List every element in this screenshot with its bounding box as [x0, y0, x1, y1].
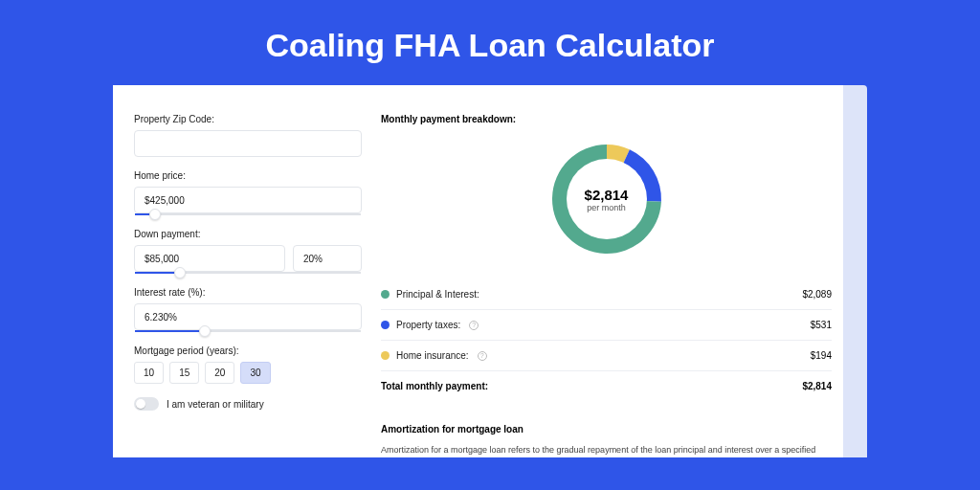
- interest-group: Interest rate (%):: [134, 287, 362, 332]
- legend-dot: [381, 321, 390, 329]
- inputs-column: Property Zip Code: Home price: Down paym…: [134, 114, 362, 457]
- donut-chart: $2,814 per month: [549, 142, 664, 256]
- zip-group: Property Zip Code:: [134, 114, 362, 157]
- interest-input[interactable]: [134, 303, 362, 330]
- period-option-10[interactable]: 10: [134, 362, 164, 384]
- period-option-30[interactable]: 30: [240, 362, 270, 384]
- total-value: $2,814: [802, 381, 832, 391]
- legend-label: Principal & Interest:: [396, 289, 479, 300]
- amortization-section: Amortization for mortgage loan Amortizat…: [381, 424, 832, 457]
- legend-value: $531: [811, 320, 832, 330]
- legend-label: Property taxes:: [396, 320, 460, 330]
- legend-row: Property taxes:?$531: [381, 309, 832, 340]
- period-option-15[interactable]: 15: [169, 362, 199, 384]
- panel-outer: Property Zip Code: Home price: Down paym…: [113, 85, 867, 457]
- total-row: Total monthly payment: $2,814: [381, 370, 832, 401]
- help-icon[interactable]: ?: [478, 351, 487, 361]
- donut-wrap: $2,814 per month: [381, 142, 832, 256]
- page: Coaling FHA Loan Calculator Property Zip…: [0, 0, 980, 490]
- interest-slider[interactable]: [135, 330, 361, 332]
- help-icon[interactable]: ?: [469, 321, 479, 330]
- legend-row: Principal & Interest:$2,089: [381, 279, 832, 309]
- slider-thumb[interactable]: [174, 267, 186, 278]
- period-label: Mortgage period (years):: [134, 345, 362, 356]
- zip-label: Property Zip Code:: [134, 114, 362, 124]
- period-option-20[interactable]: 20: [205, 362, 234, 384]
- legend-dot: [381, 351, 390, 360]
- donut-amount: $2,814: [585, 187, 629, 203]
- down-payment-slider[interactable]: [135, 272, 361, 274]
- total-label: Total monthly payment:: [381, 381, 488, 391]
- amortization-body: Amortization for a mortgage loan refers …: [381, 444, 832, 457]
- breakdown-column: Monthly payment breakdown: $2,814 per mo…: [381, 114, 832, 457]
- veteran-toggle[interactable]: [134, 397, 159, 411]
- down-payment-amount-input[interactable]: [134, 245, 285, 272]
- home-price-input[interactable]: [134, 187, 362, 213]
- down-payment-group: Down payment:: [134, 229, 362, 274]
- slider-thumb[interactable]: [149, 209, 161, 220]
- legend-dot: [381, 290, 390, 299]
- slider-thumb[interactable]: [199, 325, 211, 337]
- content: Property Zip Code: Home price: Down paym…: [113, 85, 843, 457]
- legend-label: Home insurance:: [396, 350, 469, 361]
- breakdown-title: Monthly payment breakdown:: [381, 114, 832, 124]
- panel-inner: Property Zip Code: Home price: Down paym…: [113, 85, 843, 457]
- donut-center: $2,814 per month: [567, 159, 647, 239]
- page-title: Coaling FHA Loan Calculator: [0, 0, 980, 85]
- amortization-title: Amortization for mortgage loan: [381, 424, 832, 434]
- home-price-slider[interactable]: [135, 213, 361, 215]
- veteran-row: I am veteran or military: [134, 397, 362, 411]
- interest-label: Interest rate (%):: [134, 287, 362, 298]
- zip-input[interactable]: [134, 130, 362, 157]
- donut-sub: per month: [587, 203, 626, 212]
- veteran-label: I am veteran or military: [167, 399, 264, 410]
- legend-row: Home insurance:?$194: [381, 340, 832, 370]
- home-price-group: Home price:: [134, 170, 362, 215]
- legend: Principal & Interest:$2,089Property taxe…: [381, 279, 832, 370]
- legend-value: $2,089: [802, 289, 832, 300]
- period-options: 10152030: [134, 362, 362, 384]
- down-payment-pct-input[interactable]: [293, 245, 362, 272]
- down-payment-label: Down payment:: [134, 229, 362, 239]
- period-group: Mortgage period (years): 10152030: [134, 345, 362, 384]
- toggle-knob: [136, 399, 145, 409]
- home-price-label: Home price:: [134, 170, 362, 181]
- legend-value: $194: [811, 350, 832, 361]
